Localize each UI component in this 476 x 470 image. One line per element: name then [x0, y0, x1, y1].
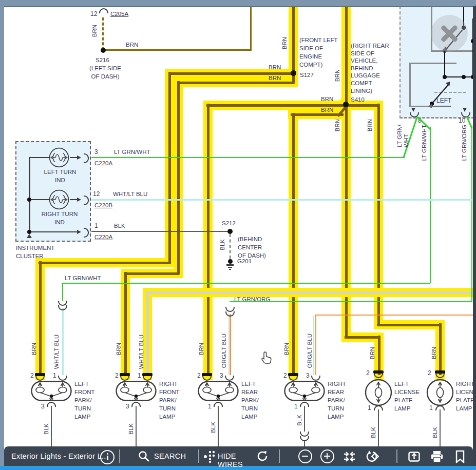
minus-icon — [302, 456, 308, 457]
wire-label-brn: BRN — [31, 343, 37, 355]
wire-label: WHT/LT BLU — [113, 190, 147, 198]
toolbar-divider — [198, 449, 199, 463]
info-button[interactable] — [100, 450, 115, 464]
close-button[interactable] — [431, 15, 468, 52]
refresh-button[interactable] — [256, 449, 270, 464]
wire-label-blk: BLK — [219, 239, 226, 250]
wire-label-lt-grn-wht: LT GRN/WHT — [65, 275, 101, 282]
wire-label-blk: BLK — [370, 427, 377, 438]
wire-blk — [440, 409, 441, 446]
c205a-connector-icon — [99, 8, 108, 13]
wire-label-brn: BRN — [269, 74, 281, 82]
toolbar-divider — [119, 449, 120, 463]
wire-label-blk: BLK — [128, 423, 135, 435]
g201-label: G201 — [237, 258, 252, 265]
hide-wires-label: HIDE WIRES — [218, 452, 255, 468]
wire-brn — [177, 81, 180, 275]
pin8-arrow — [411, 108, 415, 112]
pin10-number: 10 — [459, 117, 465, 125]
wire-org-lt-blu — [315, 315, 473, 316]
wire-terminal — [288, 373, 298, 376]
wire-label: WHT/LT BLU — [138, 335, 145, 369]
cluster-line — [29, 231, 78, 233]
lamp-pin-connector — [58, 376, 67, 381]
export-button[interactable] — [407, 449, 421, 463]
toolbar-divider — [279, 449, 280, 463]
wire-brn — [345, 336, 380, 339]
wire-brn — [292, 113, 295, 375]
hide-wires-button[interactable]: HIDE WIRES — [203, 448, 255, 464]
switch-housing-line — [409, 106, 430, 107]
wire-terminal — [142, 373, 153, 376]
wire-label-brn: BRN — [321, 95, 333, 103]
s127-location: (FRONT LEFT SIDE OF ENGINE COMPT) — [299, 36, 338, 69]
bookmark-icon — [454, 450, 466, 463]
wire-label: BLK — [114, 222, 125, 230]
c205a-pin: 12 — [90, 10, 97, 18]
pin10-arrow — [463, 108, 467, 112]
fit-screen-button[interactable] — [342, 449, 356, 463]
search-button[interactable]: SEARCH — [138, 448, 195, 464]
switch-wire — [445, 76, 473, 77]
c220b-connector-link[interactable]: C220B — [94, 202, 112, 209]
wire-label-brn: BRN — [91, 25, 98, 37]
diagram-title: Exterior Lights - Exterior L... — [11, 452, 108, 460]
c220a-connector-link[interactable]: C220A — [94, 160, 112, 167]
switch-position-label: LEFT — [436, 97, 451, 105]
wire-label-brn: BRN — [334, 119, 341, 131]
cluster-line — [70, 157, 78, 159]
lamp-label: LEFT REAR PARK/ TURN LAMP — [241, 380, 259, 421]
inline-connector — [58, 305, 67, 310]
wire-label-brn: BRN — [334, 69, 341, 82]
wire-lt-grn-org — [471, 126, 473, 302]
wire-wht-lt-blu — [62, 308, 64, 375]
s127-splice-dot — [291, 70, 296, 76]
bookmark-button[interactable] — [454, 450, 466, 463]
right-turn-indicator-icon — [48, 189, 70, 210]
switch-housing-line — [409, 63, 411, 107]
c220a-connector-link[interactable]: C220A — [94, 233, 112, 241]
wire-label: ORG/LT BLU — [221, 334, 227, 368]
right-license-plate-lamp — [426, 378, 454, 407]
lamp-pin-connector — [35, 376, 45, 381]
wire-lt-grn-wht — [430, 127, 431, 283]
s212-splice-dot — [227, 229, 233, 234]
wire-org-lt-blu — [315, 316, 317, 375]
wire-brn — [378, 336, 380, 375]
wire-label: WHT/LT BLU — [53, 335, 60, 369]
zoom-in-button[interactable] — [320, 449, 334, 463]
wire-label-brn: BRN — [269, 64, 281, 71]
cluster-pin-arrow — [77, 198, 81, 202]
wire-label-blk: BLK — [432, 427, 439, 438]
wire-terminal — [120, 373, 130, 376]
wire-blk — [378, 409, 379, 446]
wire-blk — [304, 406, 306, 432]
wire-brn — [206, 104, 379, 107]
g201-ground-bar — [229, 269, 231, 270]
left-license-plate-lamp — [364, 378, 393, 407]
lamp-label: RIGHT REAR PARK/ TURN LAMP — [328, 380, 346, 421]
wiring-diagram-viewer: LEFT 8 10 LEFT TURN IND RIGHT TURN IND I… — [0, 0, 476, 470]
left-frame-bar — [0, 6, 4, 466]
pin-number: 3 — [41, 403, 45, 410]
wire-label-brn: BRN — [198, 343, 205, 355]
lamp-label: LEFT LICENSE PLATE LAMP — [394, 380, 420, 413]
lamp-pin-connector — [311, 376, 320, 381]
pin-number: 3 — [220, 372, 223, 380]
c205a-connector-link[interactable]: C205A — [110, 10, 128, 18]
pin-number: 1 — [294, 403, 298, 410]
search-icon — [138, 450, 150, 462]
left-turn-ind-label: LEFT TURN IND — [38, 168, 82, 184]
wire-label-brn: BRN — [283, 343, 290, 355]
right-frame-bar — [473, 6, 476, 466]
rotate-button[interactable] — [365, 449, 379, 464]
g201-ground-bar — [226, 264, 234, 266]
wire-blk — [91, 231, 230, 232]
print-button[interactable] — [430, 450, 444, 463]
wire-label-brn: BRN — [116, 343, 122, 355]
wire-blk-dashed — [230, 234, 231, 259]
zoom-out-button[interactable] — [298, 449, 312, 463]
pin-number: 1 — [368, 404, 371, 412]
left-rear-park-turn-lamp — [198, 381, 239, 401]
s216-splice-dot — [101, 48, 106, 53]
